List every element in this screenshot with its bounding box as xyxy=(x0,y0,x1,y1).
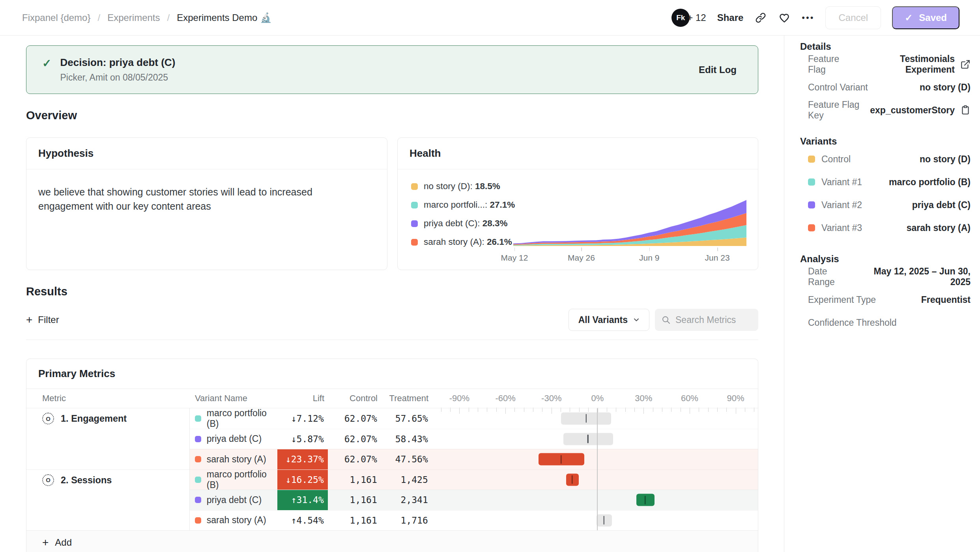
lift-cell: ↓23.37% xyxy=(277,449,328,469)
metric-group-1-engagement[interactable]: O1. Engagement xyxy=(26,408,189,469)
ci-bar[interactable] xyxy=(597,514,612,526)
x-tick xyxy=(717,248,718,251)
variant-name: priya debt (C) xyxy=(207,434,262,444)
sidebar-row-value: no story (D) xyxy=(920,154,971,165)
variant-name: sarah story (A) xyxy=(207,454,266,465)
ci-bar[interactable] xyxy=(563,433,613,445)
decision-banner: ✓ Decision: priya debt (C) Picker, Amit … xyxy=(26,45,758,94)
ci-mean-tick xyxy=(587,435,589,443)
ci-mean-tick xyxy=(604,516,605,525)
variant-swatch xyxy=(808,201,815,208)
breadcrumb-project[interactable]: Fixpanel {demo} xyxy=(22,12,90,23)
treatment-cell: 2,341 xyxy=(377,495,428,505)
variant-name-cell: priya debt (C) xyxy=(190,495,277,505)
decision-subtitle: Picker, Amit on 08/05/2025 xyxy=(60,72,699,83)
share-button[interactable]: Share xyxy=(717,12,744,23)
sidebar-heading-analysis: Analysis xyxy=(800,253,971,265)
column-header-lift: Lift xyxy=(278,393,328,404)
sidebar-row-label: Feature Flag Key xyxy=(800,100,870,121)
variants-dropdown[interactable]: All Variants xyxy=(569,309,649,331)
breadcrumb-experiments[interactable]: Experiments xyxy=(107,12,160,23)
lift-cell: ↓5.87% xyxy=(277,429,328,449)
add-filter-button[interactable]: + Filter xyxy=(26,314,59,326)
treatment-cell: 58.43% xyxy=(377,434,428,444)
lift-cell: ↑31.4% xyxy=(277,490,328,510)
divider xyxy=(26,340,758,340)
ci-axis-tick-label: 0% xyxy=(591,393,604,404)
sidebar-row-label: Experiment Type xyxy=(800,295,876,305)
lift-cell: ↓7.12% xyxy=(277,408,328,429)
sidebar-row-value: Frequentist xyxy=(921,295,971,305)
sidebar-row: Date RangeMay 12, 2025 – Jun 30, 2025 xyxy=(800,265,971,288)
table-row[interactable]: priya debt (C)↓5.87%62.07%58.43% xyxy=(190,429,758,449)
sidebar-row-label: Confidence Threshold xyxy=(800,317,897,328)
table-row[interactable]: sarah story (A)↑4.54%1,1611,716 xyxy=(190,510,758,531)
breadcrumb: Fixpanel {demo} / Experiments / Experime… xyxy=(22,12,272,23)
more-options-button[interactable]: ••• xyxy=(802,13,814,23)
column-header-treatment: Treatment xyxy=(378,393,428,404)
saved-button[interactable]: ✓ Saved xyxy=(892,6,959,29)
legend-label: sarah story (A): 26.1% xyxy=(424,237,512,247)
table-row[interactable]: sarah story (A)↓23.37%62.07%47.56% xyxy=(190,449,758,469)
sidebar-value-text: priya debt (C) xyxy=(912,200,971,210)
ci-axis-tick-label: 90% xyxy=(727,393,744,404)
metric-goal-icon: O xyxy=(42,413,54,424)
ci-bar[interactable] xyxy=(566,473,578,486)
chevron-down-icon xyxy=(632,316,640,324)
variant-swatch xyxy=(195,497,201,503)
ci-axis-header: -90%-60%-30%0%30%60%90% xyxy=(436,389,758,408)
health-chart-areas xyxy=(513,199,746,246)
health-legend-item[interactable]: marco portfoli...: 27.1% xyxy=(411,200,515,210)
copy-link-icon[interactable] xyxy=(754,11,767,24)
variant-name: sarah story (A) xyxy=(207,515,266,526)
sidebar-row-value[interactable]: exp_customerStory xyxy=(870,105,971,116)
ci-bar[interactable] xyxy=(539,453,584,466)
decision-title: Decision: priya debt (C) xyxy=(60,56,699,69)
health-legend-item[interactable]: no story (D): 18.5% xyxy=(411,181,515,192)
control-cell: 1,161 xyxy=(328,515,377,526)
legend-swatch xyxy=(411,202,418,208)
sidebar-row: Feature FlagTestimonials Experiment xyxy=(800,53,971,76)
sidebar-row-label: Feature Flag xyxy=(800,54,856,75)
variant-name-cell: marco portfolio (B) xyxy=(190,469,277,490)
treatment-cell: 1,716 xyxy=(377,515,428,526)
ci-mean-tick xyxy=(585,414,587,423)
health-legend-item[interactable]: priya debt (C): 28.3% xyxy=(411,218,515,229)
sidebar-section-variants: VariantsControlno story (D)Variant #1mar… xyxy=(800,136,971,239)
sidebar-row-value[interactable]: Testimonials Experiment xyxy=(856,54,971,75)
edit-log-button[interactable]: Edit Log xyxy=(699,64,737,75)
table-row[interactable]: marco portfolio (B)↓7.12%62.07%57.65% xyxy=(190,408,758,429)
control-cell: 1,161 xyxy=(328,475,377,485)
sidebar-row-label: Variant #3 xyxy=(800,223,862,233)
table-row[interactable]: marco portfolio (B)↓16.25%1,1611,425 xyxy=(190,469,758,490)
treatment-cell: 1,425 xyxy=(377,475,428,485)
ci-bar[interactable] xyxy=(636,494,655,506)
health-stacked-area-chart: May 12May 26Jun 9Jun 23 xyxy=(513,199,746,264)
add-metric-button[interactable]: + Add xyxy=(26,530,758,552)
cancel-button[interactable]: Cancel xyxy=(825,6,881,29)
search-metrics-input[interactable] xyxy=(675,315,752,325)
external-link-icon[interactable] xyxy=(960,59,971,69)
x-tick-label: May 26 xyxy=(568,253,595,263)
sidebar-row: Experiment TypeFrequentist xyxy=(800,288,971,311)
variant-name-cell: sarah story (A) xyxy=(190,454,277,465)
variant-swatch xyxy=(195,477,201,483)
sidebar-row-label: Variant #1 xyxy=(800,177,862,188)
sidebar-row: Variant #1marco portfolio (B) xyxy=(800,171,971,193)
variant-swatch xyxy=(808,224,815,231)
clipboard-icon[interactable] xyxy=(960,105,971,115)
favorite-heart-icon[interactable] xyxy=(778,11,791,24)
ci-mean-tick xyxy=(645,496,646,504)
breadcrumb-separator: / xyxy=(167,12,170,23)
table-row[interactable]: priya debt (C)↑31.4%1,1612,341 xyxy=(190,490,758,510)
legend-label: priya debt (C): 28.3% xyxy=(424,218,508,229)
ci-bar[interactable] xyxy=(561,412,611,424)
lift-cell: ↓16.25% xyxy=(277,470,328,490)
ci-axis-tick-label: -30% xyxy=(541,393,561,404)
health-card: Health no story (D): 18.5%marco portfoli… xyxy=(397,137,758,270)
metric-group-2-sessions[interactable]: O2. Sessions xyxy=(26,469,189,531)
health-legend-item[interactable]: sarah story (A): 26.1% xyxy=(411,237,515,247)
collaborator-count[interactable]: + 12 xyxy=(687,12,706,23)
x-tick-label: May 12 xyxy=(501,253,528,263)
control-cell: 62.07% xyxy=(328,454,377,464)
